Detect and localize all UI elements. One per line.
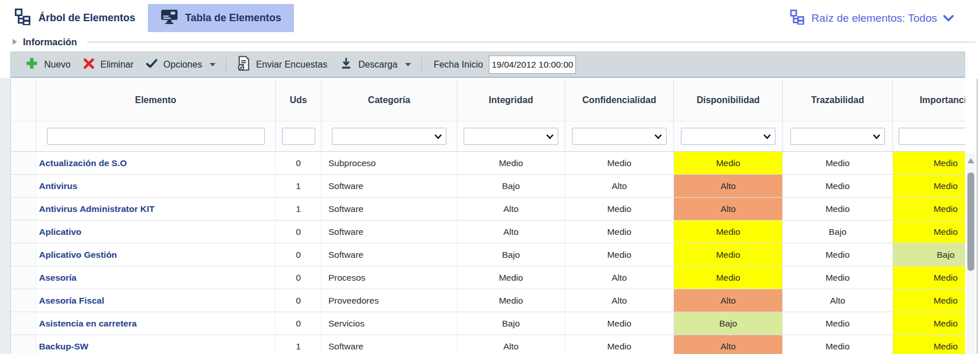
filter-integridad-select[interactable] <box>464 128 558 145</box>
row-handle[interactable] <box>11 198 36 221</box>
collapse-arrow-icon <box>13 39 17 45</box>
table-row[interactable]: Antivirus1SoftwareBajoAltoAltoMedioMedio <box>11 175 965 198</box>
enviar-encuestas-button[interactable]: Enviar Encuestas <box>230 56 334 73</box>
table-row[interactable]: Actualización de S.O0SubprocesoMedioMedi… <box>11 152 965 175</box>
element-link[interactable]: Antivirus <box>39 181 77 191</box>
cell-elemento: Antivirus Administrator KIT <box>36 198 276 221</box>
element-link[interactable]: Asesoría <box>39 273 76 282</box>
vertical-scrollbar[interactable] <box>966 154 975 354</box>
cell-elemento: Asesoría Fiscal <box>36 289 276 312</box>
section-divider <box>87 42 975 42</box>
element-link[interactable]: Actualización de S.O <box>39 158 127 168</box>
column-header-categoria[interactable]: Categoría <box>322 79 457 121</box>
nuevo-button[interactable]: Nuevo <box>19 57 77 72</box>
filter-elemento-input[interactable] <box>47 128 265 145</box>
cell-categoria: Software <box>322 243 457 266</box>
cell-importancia: Medio <box>893 335 965 354</box>
descarga-dropdown-button[interactable]: Descarga <box>334 57 417 73</box>
cell-importancia: Medio <box>893 221 965 243</box>
cell-integridad: Bajo <box>457 243 565 266</box>
row-handle[interactable] <box>11 221 36 243</box>
root-selector-dropdown[interactable]: Raíz de elementos: Todos <box>790 9 954 27</box>
cell-disponibilidad: Alto <box>674 198 783 221</box>
row-handle[interactable] <box>11 312 36 335</box>
cell-categoria: Subproceso <box>322 152 457 175</box>
scrollbar-thumb[interactable] <box>967 172 974 271</box>
cell-disponibilidad: Alto <box>674 289 783 312</box>
table-row[interactable]: Backup-SW1SoftwareAltoMedioAltoMedioMedi… <box>11 335 965 354</box>
page-left-margin <box>0 78 10 354</box>
row-handle[interactable] <box>11 152 36 175</box>
table-row[interactable]: Asesoría0ProcesosMedioAltoMedioMedioMedi… <box>11 266 965 289</box>
cell-integridad: Bajo <box>457 312 565 335</box>
informacion-section-header[interactable]: Información <box>13 34 975 49</box>
caret-down-icon <box>210 63 215 66</box>
document-check-icon <box>237 56 250 73</box>
cell-confidencialidad: Alto <box>565 175 674 198</box>
cell-categoria: Procesos <box>322 266 457 289</box>
element-link[interactable]: Aplicativo Gestión <box>39 250 117 259</box>
table-row[interactable]: Asesoría Fiscal0ProveedoresMedioAltoAlto… <box>11 289 965 312</box>
table-right-border <box>977 79 978 354</box>
filter-confidencialidad-select[interactable] <box>572 128 667 145</box>
eliminar-button[interactable]: Eliminar <box>77 58 140 72</box>
row-handle[interactable] <box>11 335 36 354</box>
column-header-elemento[interactable]: Elemento <box>36 79 276 121</box>
cell-categoria: Servicios <box>322 312 457 335</box>
filter-importancia-input[interactable] <box>899 128 966 145</box>
cell-trazabilidad: Medio <box>783 335 893 354</box>
cell-integridad: Alto <box>457 335 565 354</box>
monitor-icon <box>160 9 178 28</box>
element-link[interactable]: Aplicativo <box>39 227 81 237</box>
table-row[interactable]: Asistencia en carretera0ServiciosBajoMed… <box>11 312 965 335</box>
cell-importancia: Medio <box>893 198 965 221</box>
button-label: Descarga <box>358 60 397 70</box>
column-header-disponibilidad[interactable]: Disponibilidad <box>674 79 783 121</box>
row-handle[interactable] <box>11 175 36 198</box>
filter-row <box>11 121 965 152</box>
table-row[interactable]: Aplicativo Gestión0SoftwareBajoMedioMedi… <box>11 243 965 266</box>
element-link[interactable]: Backup-SW <box>39 341 88 351</box>
column-header-uds[interactable]: Uds <box>276 79 322 121</box>
cell-confidencialidad: Medio <box>565 243 674 266</box>
row-handle[interactable] <box>11 266 36 289</box>
opciones-dropdown-button[interactable]: Opciones <box>140 59 222 70</box>
cell-disponibilidad: Medio <box>674 152 783 175</box>
cell-confidencialidad: Alto <box>565 266 674 289</box>
column-header-confidencialidad[interactable]: Confidencialidad <box>565 79 674 121</box>
cell-trazabilidad: Medio <box>783 198 893 221</box>
button-label: Opciones <box>163 60 202 70</box>
table-row[interactable]: Antivirus Administrator KIT1SoftwareAlto… <box>11 198 965 221</box>
column-header-integridad[interactable]: Integridad <box>457 79 565 121</box>
scroll-up-arrow-icon[interactable] <box>967 158 974 163</box>
toolbar: Nuevo Eliminar Opciones Enviar Encuestas <box>10 52 965 78</box>
tab-bar: Árbol de Elementos Tabla de Elementos <box>0 0 980 36</box>
cell-disponibilidad: Bajo <box>674 312 783 335</box>
column-header-importancia[interactable]: Importancia <box>893 79 965 121</box>
cell-trazabilidad: Medio <box>783 175 893 198</box>
cell-importancia: Medio <box>893 175 965 198</box>
cell-trazabilidad: Medio <box>783 312 893 335</box>
filter-uds-input[interactable] <box>282 128 315 145</box>
cell-uds: 1 <box>276 198 322 221</box>
tab-tabla-de-elementos[interactable]: Tabla de Elementos <box>148 4 294 32</box>
column-header-trazabilidad[interactable]: Trazabilidad <box>783 79 893 121</box>
cell-confidencialidad: Medio <box>565 312 674 335</box>
tab-arbol-de-elementos[interactable]: Árbol de Elementos <box>14 8 135 28</box>
fecha-inicio-input[interactable] <box>489 56 576 74</box>
cell-elemento: Aplicativo <box>36 221 276 243</box>
element-link[interactable]: Antivirus Administrator KIT <box>39 204 155 214</box>
cell-importancia: Medio <box>893 312 965 335</box>
filter-categoria-select[interactable] <box>332 128 446 145</box>
table-row[interactable]: Aplicativo0SoftwareAltoMedioMedioBajoMed… <box>11 221 965 243</box>
filter-trazabilidad-select[interactable] <box>790 128 885 145</box>
row-handle[interactable] <box>11 243 36 266</box>
cell-elemento: Asistencia en carretera <box>36 312 276 335</box>
element-link[interactable]: Asesoría Fiscal <box>39 296 104 305</box>
cell-importancia: Medio <box>893 289 965 312</box>
plus-icon <box>25 57 38 72</box>
row-handle[interactable] <box>11 289 36 312</box>
cell-importancia: Medio <box>893 266 965 289</box>
element-link[interactable]: Asistencia en carretera <box>39 318 137 328</box>
filter-disponibilidad-select[interactable] <box>681 128 775 145</box>
